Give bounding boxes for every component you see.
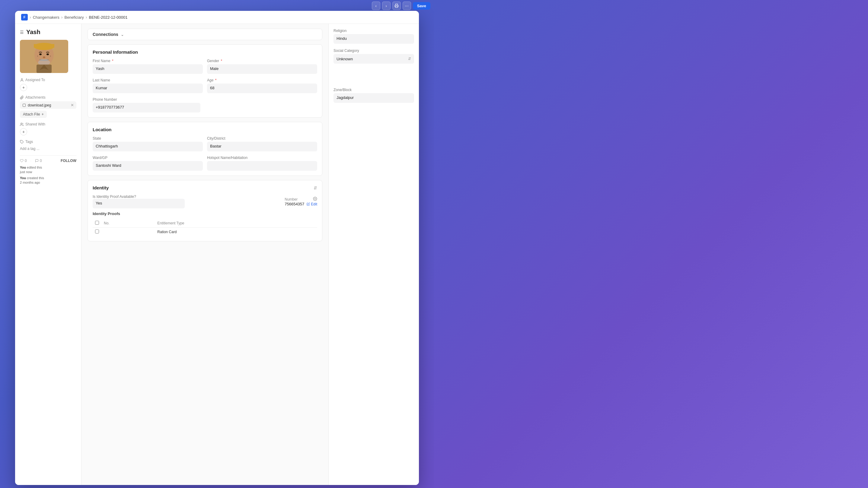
number-settings-button[interactable] bbox=[313, 197, 317, 202]
personal-information-section: Personal Information First Name * Yash G… bbox=[88, 44, 322, 118]
activity-time-0: just now bbox=[20, 170, 32, 174]
religion-value[interactable]: Hindu bbox=[334, 34, 414, 44]
shared-with-section: Shared With + bbox=[20, 122, 76, 135]
record-name: Yash bbox=[26, 29, 40, 36]
number-value: 756654357 bbox=[285, 202, 304, 206]
edit-number-link[interactable]: Edit bbox=[307, 202, 317, 206]
follow-button[interactable]: FOLLOW bbox=[61, 159, 76, 163]
svg-point-7 bbox=[43, 56, 45, 58]
attachment-remove-button[interactable]: ✕ bbox=[71, 103, 74, 107]
last-name-field: Last Name Kumar bbox=[93, 78, 203, 93]
phone-number-label: Phone Number bbox=[93, 97, 200, 102]
activity-time-1: 2 months ago bbox=[20, 181, 40, 184]
table-header-checkbox bbox=[93, 219, 101, 228]
hotspot-field: Hotspot Name/Habitation bbox=[207, 156, 317, 171]
is-proof-label: Is Identitiy Proof Available? bbox=[93, 195, 285, 199]
hotspot-label: Hotspot Name/Habitation bbox=[207, 156, 317, 160]
file-icon bbox=[22, 103, 26, 107]
city-district-value[interactable]: Bastar bbox=[207, 142, 317, 152]
save-button[interactable]: Save bbox=[413, 2, 430, 10]
attach-file-button[interactable]: Attach File + bbox=[20, 111, 47, 118]
share-icon bbox=[20, 123, 24, 126]
content-area: ☰ Yash bbox=[15, 24, 419, 485]
add-assignee-button[interactable]: + bbox=[20, 84, 27, 91]
app-icon: F bbox=[21, 14, 28, 21]
person-icon bbox=[20, 78, 24, 82]
svg-point-14 bbox=[314, 198, 316, 199]
attachment-item: download.jpeg ✕ bbox=[20, 101, 76, 109]
profile-photo bbox=[20, 40, 68, 73]
hamburger-icon[interactable]: ☰ bbox=[20, 30, 24, 35]
zone-block-field: Zone/Block Jagdalpur bbox=[334, 88, 414, 103]
table-header-type: Entitlement Type bbox=[155, 219, 317, 228]
attach-plus-icon: + bbox=[42, 112, 44, 117]
social-category-value[interactable]: Unknown ⇵ bbox=[334, 54, 414, 64]
identity-proofs-header: Identity Proofs bbox=[93, 212, 317, 216]
identity-proofs-table: No. Entitlement Type Ration Card bbox=[93, 219, 317, 236]
footer-stats: 0 · 0 FOLLOW bbox=[20, 159, 76, 163]
location-title: Location bbox=[93, 127, 317, 132]
assigned-to-section: Assigned To + bbox=[20, 78, 76, 91]
add-tag-placeholder[interactable]: Add a tag ... bbox=[20, 147, 39, 151]
svg-rect-4 bbox=[34, 44, 54, 47]
gender-value[interactable]: Male bbox=[207, 64, 317, 74]
breadcrumb-sep-2: › bbox=[86, 15, 87, 20]
add-shared-with-button[interactable]: + bbox=[20, 128, 27, 135]
identity-spinner: ⇵ bbox=[314, 186, 317, 190]
gender-label: Gender * bbox=[207, 59, 317, 63]
toolbar: ‹ › ⋯ Save bbox=[0, 0, 434, 11]
select-all-checkbox[interactable] bbox=[95, 221, 99, 225]
zone-block-value[interactable]: Jagdalpur bbox=[334, 93, 414, 103]
breadcrumb-record-id: BENE-2022-12-00001 bbox=[89, 15, 127, 20]
phone-number-value[interactable]: +918770773677 bbox=[93, 103, 200, 112]
breadcrumb-changemakers[interactable]: Changemakers bbox=[33, 15, 59, 20]
svg-point-12 bbox=[21, 123, 22, 124]
nav-forward-button[interactable]: › bbox=[382, 1, 391, 10]
age-value[interactable]: 68 bbox=[207, 84, 317, 93]
state-field: State Chhattisgarh bbox=[93, 136, 203, 152]
state-value[interactable]: Chhattisgarh bbox=[93, 142, 203, 152]
breadcrumb: F › Changemakers › Beneficiary › BENE-20… bbox=[15, 11, 419, 24]
personal-info-title: Personal Information bbox=[93, 50, 317, 55]
social-category-field: Social Category Unknown ⇵ bbox=[334, 48, 414, 64]
more-options-button[interactable]: ⋯ bbox=[403, 1, 411, 10]
first-name-value[interactable]: Yash bbox=[93, 64, 203, 74]
connections-chevron-icon: ⌄ bbox=[121, 32, 124, 37]
table-row: Ration Card bbox=[93, 228, 317, 236]
connections-label: Connections bbox=[93, 32, 118, 37]
phone-number-field: Phone Number +918770773677 bbox=[93, 97, 200, 112]
city-district-label: City/District bbox=[207, 136, 317, 140]
row-checkbox[interactable] bbox=[95, 230, 99, 233]
print-button[interactable] bbox=[392, 1, 401, 10]
nav-back-button[interactable]: ‹ bbox=[372, 1, 380, 10]
edit-icon bbox=[307, 202, 310, 206]
zone-block-label: Zone/Block bbox=[334, 88, 414, 92]
city-district-field: City/District Bastar bbox=[207, 136, 317, 152]
form-area: Connections ⌄ Personal Information First… bbox=[82, 24, 329, 485]
hotspot-value[interactable] bbox=[207, 161, 317, 171]
svg-rect-11 bbox=[23, 104, 26, 106]
ward-gp-value[interactable]: Santoshi Ward bbox=[93, 161, 203, 171]
last-name-value[interactable]: Kumar bbox=[93, 84, 203, 93]
tags-section: Tags Add a tag ... bbox=[20, 140, 76, 151]
number-label: Number bbox=[285, 197, 298, 201]
last-name-label: Last Name bbox=[93, 78, 203, 82]
connections-bar[interactable]: Connections ⌄ bbox=[88, 29, 322, 40]
breadcrumb-sep-0: › bbox=[30, 15, 31, 20]
religion-field: Religion Hindu bbox=[334, 29, 414, 44]
activity-user-1: You bbox=[20, 176, 26, 180]
shared-with-label: Shared With bbox=[20, 122, 76, 126]
likes-count: 0 bbox=[25, 159, 27, 163]
sidebar-footer: 0 · 0 FOLLOW You edited this just now bbox=[20, 155, 76, 185]
breadcrumb-beneficiary[interactable]: Beneficiary bbox=[65, 15, 84, 20]
activity-action-0: edited this bbox=[27, 166, 42, 169]
main-card: F › Changemakers › Beneficiary › BENE-20… bbox=[15, 11, 419, 485]
is-proof-value[interactable]: Yes bbox=[93, 199, 185, 208]
first-name-required: * bbox=[112, 59, 114, 63]
gear-icon bbox=[313, 197, 317, 201]
attachments-label: Attachments bbox=[20, 95, 76, 100]
table-header-no: No. bbox=[101, 219, 155, 228]
state-label: State bbox=[93, 136, 203, 140]
table-cell-checkbox bbox=[93, 228, 101, 236]
social-category-spinner: ⇵ bbox=[408, 57, 411, 61]
